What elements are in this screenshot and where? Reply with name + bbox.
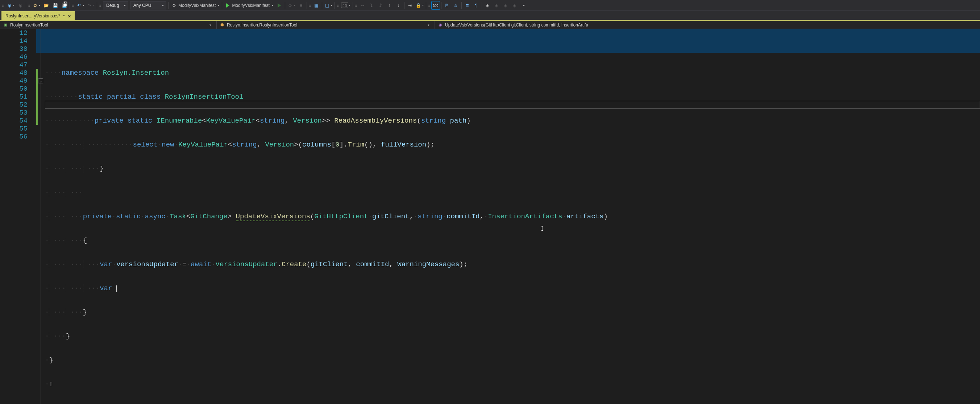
line-number-gutter: 12 14 38 46 47 48 49 50 51 52 53 54 55 5…: [0, 29, 36, 404]
platform-select[interactable]: Any CPU: [130, 2, 166, 10]
document-tabs: RoslynInsert…yVersions.cs* ⫯ ×: [0, 11, 980, 21]
back-button[interactable]: ◉▾: [5, 1, 16, 10]
new-project-button[interactable]: ✿▾: [31, 1, 41, 10]
tab-title: RoslynInsert…yVersions.cs*: [5, 13, 60, 19]
format-button[interactable]: ¶: [472, 1, 480, 10]
configuration-select[interactable]: Debug: [103, 2, 128, 10]
close-icon[interactable]: ×: [68, 13, 71, 19]
step-over-button[interactable]: ⤻: [358, 1, 367, 10]
window-split-button[interactable]: ◫▾: [323, 1, 333, 10]
tool-button-1[interactable]: ⎘: [442, 1, 451, 10]
toolbar-grip[interactable]: [2, 2, 4, 10]
arrow-up-button[interactable]: ↑: [385, 1, 394, 10]
member-name: UpdateVsixVersions(GitHttpClient gitClie…: [445, 22, 588, 27]
platform-label: Any CPU: [134, 3, 151, 8]
type-name: Roslyn.Insertion.RoslynInsertionTool: [227, 22, 297, 27]
layout-button[interactable]: ▦: [312, 1, 321, 10]
line-number: 50: [0, 85, 30, 93]
stop-button[interactable]: ■: [297, 1, 305, 10]
line-number: 46: [0, 53, 30, 61]
line-number: 52: [0, 101, 30, 109]
startup-project-label-2: ModifyVsixManifest: [232, 3, 269, 8]
line-number: 54: [0, 117, 30, 125]
line-number: 14: [0, 37, 30, 45]
step-out-button[interactable]: ⤴: [376, 1, 385, 10]
forward-button[interactable]: ◉: [16, 1, 25, 10]
line-number: 49: [0, 77, 30, 85]
navigation-bar: ▣ RoslynInsertionTool ▾ ⬢ Roslyn.Inserti…: [0, 21, 980, 29]
code-editor[interactable]: 12 14 38 46 47 48 49 50 51 52 53 54 55 5…: [0, 29, 980, 404]
play-icon: [225, 3, 231, 8]
bookmark-button[interactable]: ◈: [483, 1, 492, 10]
toolbar-grip[interactable]: [355, 2, 357, 10]
line-number: 48: [0, 69, 30, 77]
save-button[interactable]: 💾: [51, 1, 59, 10]
hex-button[interactable]: ▯▯▾: [340, 1, 352, 10]
line-number: 38: [0, 45, 30, 53]
toolbar-grip[interactable]: [309, 2, 311, 10]
line-number: 51: [0, 93, 30, 101]
bookmark-clear-button[interactable]: ◈: [510, 1, 519, 10]
tool-button-2[interactable]: ⎌: [452, 1, 460, 10]
toolbar-grip[interactable]: [28, 2, 30, 10]
start-without-debug-button[interactable]: ModifyVsixManifest ▾: [223, 1, 274, 10]
redo-button[interactable]: ↷▾: [86, 1, 96, 10]
project-name: RoslynInsertionTool: [10, 22, 48, 27]
toolbar-grip[interactable]: [99, 2, 101, 10]
lock-button[interactable]: 🔒▾: [415, 1, 425, 10]
code-area[interactable]: ····namespace Roslyn.Insertion ········s…: [45, 29, 980, 404]
toolbar-grip[interactable]: [428, 2, 430, 10]
startup-project-label: ModifyVsixManifest: [178, 3, 216, 8]
text-cursor: [116, 286, 117, 292]
collapse-button[interactable]: ⇥: [406, 1, 414, 10]
open-file-button[interactable]: 📂: [42, 1, 50, 10]
bookmark-prev-button[interactable]: ◈: [492, 1, 501, 10]
overflow-button[interactable]: ▾: [519, 1, 528, 10]
project-dropdown[interactable]: ▣ RoslynInsertionTool ▾: [0, 21, 217, 29]
class-icon: ⬢: [220, 22, 225, 27]
toolbar-grip[interactable]: [72, 2, 74, 10]
line-number: 53: [0, 109, 30, 117]
line-number: 56: [0, 133, 30, 141]
attach-process-button[interactable]: ⟳▾: [286, 1, 296, 10]
hex-icon: ▯▯: [341, 3, 348, 8]
configuration-label: Debug: [106, 3, 119, 8]
abc-button[interactable]: abc: [431, 1, 440, 10]
step-into-button[interactable]: ⤵: [367, 1, 376, 10]
start-debug-button[interactable]: ⚙ ModifyVsixManifest ▾: [170, 1, 221, 10]
csharp-project-icon: ▣: [3, 22, 8, 27]
indent-button[interactable]: ≣: [463, 1, 471, 10]
arrow-down-button[interactable]: ↓: [394, 1, 403, 10]
play-outline-button[interactable]: [275, 1, 284, 10]
save-all-button[interactable]: 💾💾: [60, 1, 68, 10]
type-dropdown[interactable]: ⬢ Roslyn.Insertion.RoslynInsertionTool ▾: [217, 21, 435, 29]
line-number: 12: [0, 29, 30, 37]
main-toolbar: ◉▾ ◉ ✿▾ 📂 💾 💾💾 ↶▾ ↷▾ Debug Any CPU ⚙ Mod…: [0, 0, 980, 11]
pin-icon[interactable]: ⫯: [63, 14, 65, 18]
method-icon: ◉: [438, 22, 443, 27]
gear-icon: ⚙: [171, 3, 177, 8]
tab-roslyn-insert-versions[interactable]: RoslynInsert…yVersions.cs* ⫯ ×: [2, 11, 75, 20]
undo-button[interactable]: ↶▾: [75, 1, 85, 10]
member-dropdown[interactable]: ◉ UpdateVsixVersions(GitHttpClient gitCl…: [435, 21, 980, 29]
line-number: 47: [0, 61, 30, 69]
toolbar-grip[interactable]: [337, 2, 339, 10]
fold-toggle[interactable]: ⌄: [38, 78, 43, 83]
fold-gutter: ⌄: [38, 29, 45, 404]
line-number: 55: [0, 125, 30, 133]
bookmark-next-button[interactable]: ◈: [501, 1, 510, 10]
